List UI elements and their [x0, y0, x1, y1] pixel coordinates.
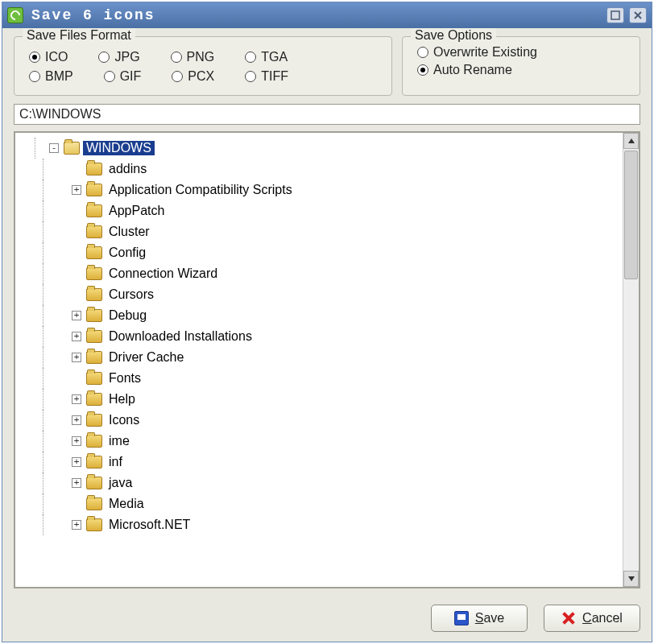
radio-label: PCX — [188, 69, 214, 84]
tree-node[interactable]: +Application Compatibility Scripts — [72, 180, 621, 200]
tree-node[interactable]: +Cursors — [72, 284, 621, 305]
folder-icon — [86, 456, 102, 469]
expand-toggle[interactable]: + — [72, 394, 81, 404]
folder-icon — [86, 204, 102, 217]
tree-node-label[interactable]: addins — [106, 162, 150, 176]
radio-icon — [29, 71, 40, 82]
tree-node-label[interactable]: Microsoft.NET — [106, 518, 193, 532]
format-radio-ico[interactable]: ICO — [29, 50, 68, 64]
save-label-rest: ave — [483, 611, 504, 625]
cancel-mnemonic: C — [582, 611, 592, 625]
scroll-up-button[interactable] — [623, 133, 639, 149]
cancel-icon — [561, 611, 576, 625]
tree-node-label[interactable]: Downloaded Installations — [106, 329, 255, 344]
expand-toggle[interactable]: + — [72, 478, 81, 488]
expand-toggle[interactable]: + — [72, 415, 81, 425]
save-button[interactable]: Save — [431, 605, 528, 632]
svg-marker-3 — [628, 138, 635, 143]
tree-node[interactable]: +Config — [72, 242, 621, 263]
tree-node-label[interactable]: Application Compatibility Scripts — [106, 183, 296, 197]
folder-tree[interactable]: - WINDOWS +addins+Application Compatibil… — [15, 133, 623, 587]
expand-toggle[interactable]: + — [72, 353, 81, 362]
tree-node-label[interactable]: java — [106, 476, 135, 490]
tree-node-label[interactable]: Debug — [106, 308, 150, 323]
radio-icon — [417, 64, 428, 76]
option-radio-overwrite-existing[interactable]: Overwrite Existing — [417, 45, 628, 60]
chevron-up-icon — [628, 138, 635, 143]
svg-marker-4 — [628, 576, 635, 581]
format-radio-bmp[interactable]: BMP — [29, 69, 73, 84]
tree-node-label[interactable]: WINDOWS — [83, 141, 155, 155]
close-icon — [633, 10, 643, 20]
tree-node[interactable]: +Downloaded Installations — [72, 326, 621, 347]
tree-node[interactable]: +AppPatch — [72, 200, 621, 221]
tree-node[interactable]: +Help — [72, 389, 621, 410]
tree-node[interactable]: +Media — [72, 493, 621, 514]
expand-toggle[interactable]: + — [72, 457, 81, 467]
tree-node[interactable]: +Microsoft.NET — [72, 514, 621, 535]
expand-toggle[interactable]: + — [72, 436, 81, 446]
folder-icon — [86, 414, 102, 427]
tree-node[interactable]: +Debug — [72, 305, 621, 326]
vertical-scrollbar[interactable] — [623, 133, 639, 587]
format-radio-tga[interactable]: TGA — [245, 50, 288, 64]
tree-root-node[interactable]: - WINDOWS — [49, 138, 621, 159]
format-radio-tiff[interactable]: TIFF — [245, 69, 288, 84]
tree-node-label[interactable]: AppPatch — [106, 204, 168, 218]
expand-toggle[interactable]: + — [72, 332, 81, 341]
maximize-icon — [611, 10, 620, 20]
cancel-button[interactable]: Cancel — [544, 605, 640, 632]
radio-icon — [417, 47, 428, 58]
expand-toggle[interactable]: + — [72, 520, 81, 530]
tree-node[interactable]: +inf — [72, 452, 621, 473]
folder-icon — [86, 372, 102, 385]
tree-node-label[interactable]: Icons — [106, 413, 143, 427]
radio-label: BMP — [45, 69, 73, 84]
format-radio-jpg[interactable]: JPG — [98, 50, 139, 64]
tree-node-label[interactable]: Help — [106, 392, 139, 407]
scroll-thumb[interactable] — [624, 151, 638, 279]
tree-node[interactable]: +addins — [72, 159, 621, 180]
tree-node[interactable]: +Driver Cache — [72, 347, 621, 368]
maximize-button[interactable] — [606, 7, 624, 23]
tree-node-label[interactable]: Driver Cache — [106, 350, 187, 365]
tree-node[interactable]: +java — [72, 473, 621, 493]
tree-node-label[interactable]: Connection Wizard — [106, 266, 221, 281]
tree-node[interactable]: +Connection Wizard — [72, 263, 621, 284]
titlebar[interactable]: Save 6 icons — [2, 2, 652, 28]
tree-node-label[interactable]: Fonts — [106, 371, 144, 386]
tree-node[interactable]: +Icons — [72, 410, 621, 431]
tree-node-label[interactable]: inf — [106, 455, 126, 469]
option-radio-auto-rename[interactable]: Auto Rename — [417, 63, 628, 77]
folder-icon — [86, 267, 102, 280]
close-button[interactable] — [629, 7, 647, 23]
folder-icon — [86, 288, 102, 301]
radio-icon — [98, 52, 110, 63]
formats-legend: Save Files Format — [23, 28, 135, 43]
expand-toggle[interactable]: - — [49, 143, 59, 153]
radio-label: TGA — [261, 50, 288, 64]
tree-node[interactable]: +Fonts — [72, 368, 621, 389]
tree-node-label[interactable]: Cluster — [106, 225, 153, 239]
folder-icon — [86, 309, 102, 322]
tree-node-label[interactable]: Media — [106, 497, 147, 511]
save-icon — [454, 611, 469, 625]
folder-icon — [86, 184, 102, 196]
tree-node-label[interactable]: ime — [106, 434, 133, 448]
folder-icon — [86, 163, 102, 175]
path-input[interactable]: C:\WINDOWS — [14, 104, 640, 125]
scroll-down-button[interactable] — [623, 571, 639, 587]
expand-toggle[interactable]: + — [72, 311, 81, 320]
tree-node-label[interactable]: Config — [106, 246, 149, 260]
tree-node[interactable]: +ime — [72, 431, 621, 452]
save-mnemonic: S — [475, 611, 484, 625]
options-legend: Save Options — [411, 28, 496, 43]
tree-node-label[interactable]: Cursors — [106, 287, 157, 302]
format-radio-gif[interactable]: GIF — [104, 69, 142, 84]
format-radio-pcx[interactable]: PCX — [172, 69, 214, 84]
format-radio-png[interactable]: PNG — [171, 50, 215, 64]
radio-label: TIFF — [261, 69, 288, 84]
radio-icon — [171, 52, 182, 63]
tree-node[interactable]: +Cluster — [72, 221, 621, 242]
expand-toggle[interactable]: + — [72, 185, 81, 195]
